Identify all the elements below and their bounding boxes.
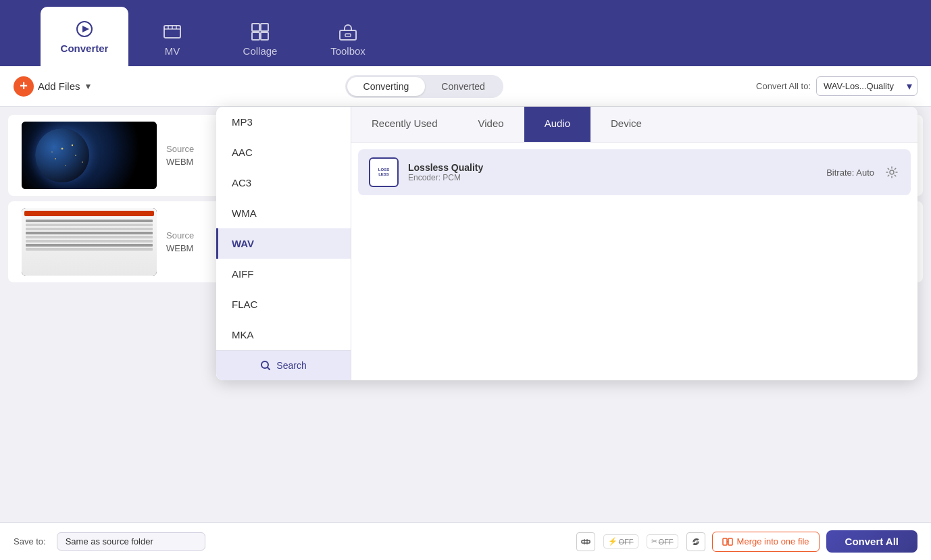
svg-point-10 bbox=[61, 148, 64, 150]
link-icon[interactable] bbox=[686, 532, 705, 551]
screen-lines bbox=[24, 218, 154, 273]
format-item-wma[interactable]: WMA bbox=[216, 198, 351, 228]
panel-tab-header: Recently Used Video Audio Device bbox=[351, 107, 917, 143]
format-item-mp3[interactable]: MP3 bbox=[216, 107, 351, 137]
crop-off-icon[interactable]: ✂OFF bbox=[647, 534, 678, 549]
quality-text: Lossless Quality Encoder: PCM bbox=[408, 162, 817, 182]
quality-list: LOSSLESS Lossless Quality Encoder: PCM B… bbox=[351, 143, 917, 380]
format-dropdown: MP3 AAC AC3 WMA WAV AIFF FLAC MKA Search… bbox=[216, 107, 917, 380]
file-thumbnail bbox=[22, 122, 157, 189]
settings-gear-icon[interactable] bbox=[884, 164, 900, 180]
convert-all-select-wrapper: WAV-Los...Quality MP3 AAC FLAC ▾ bbox=[816, 76, 917, 96]
add-files-chevron-icon: ▼ bbox=[84, 82, 93, 91]
format-list: MP3 AAC AC3 WMA WAV AIFF FLAC MKA Search bbox=[216, 107, 351, 380]
format-item-aac[interactable]: AAC bbox=[216, 137, 351, 168]
svg-rect-4 bbox=[252, 24, 259, 31]
svg-rect-25 bbox=[728, 538, 732, 545]
format-item-mka[interactable]: MKA bbox=[216, 320, 351, 350]
screen-thumbnail bbox=[22, 208, 157, 276]
screen-line bbox=[26, 220, 153, 222]
speed-off-icon[interactable]: ⚡OFF bbox=[603, 534, 638, 549]
screen-line bbox=[26, 228, 153, 230]
panel-tab-device[interactable]: Device bbox=[590, 107, 662, 142]
merge-button[interactable]: Merge into one file bbox=[712, 532, 820, 552]
search-button[interactable]: Search bbox=[216, 350, 351, 380]
convert-all-select[interactable]: WAV-Los...Quality MP3 AAC FLAC bbox=[816, 76, 917, 96]
quality-icon: LOSSLESS bbox=[369, 157, 399, 187]
save-to-label: Save to: bbox=[14, 536, 46, 546]
quality-item-lossless[interactable]: LOSSLESS Lossless Quality Encoder: PCM B… bbox=[358, 149, 911, 195]
nav-tab-toolbox[interactable]: Toolbox bbox=[304, 12, 392, 66]
svg-point-13 bbox=[72, 145, 73, 146]
screen-line bbox=[26, 248, 153, 251]
main-area: + Add Files ▼ Converting Converted Conve… bbox=[0, 66, 931, 560]
file-thumbnail bbox=[22, 208, 157, 276]
panel-tab-recently-used[interactable]: Recently Used bbox=[351, 107, 458, 142]
format-item-ac3[interactable]: AC3 bbox=[216, 168, 351, 198]
toolbox-icon bbox=[338, 22, 357, 41]
plus-icon: + bbox=[14, 76, 34, 97]
panel-tab-audio[interactable]: Audio bbox=[524, 107, 590, 142]
svg-point-2 bbox=[82, 27, 86, 31]
nav-tab-converter[interactable]: Converter bbox=[41, 7, 128, 66]
svg-point-11 bbox=[75, 155, 76, 156]
svg-rect-7 bbox=[261, 32, 268, 40]
screen-line bbox=[26, 236, 153, 238]
search-icon bbox=[260, 360, 271, 371]
trim-icon[interactable] bbox=[576, 532, 595, 551]
converting-tabs: Converting Converted bbox=[345, 75, 503, 98]
nav-tab-collage[interactable]: Collage bbox=[216, 12, 304, 66]
merge-icon bbox=[722, 536, 733, 547]
convert-all-label: Convert All to: bbox=[756, 81, 811, 91]
svg-rect-8 bbox=[340, 30, 356, 40]
svg-rect-24 bbox=[723, 538, 727, 545]
format-item-flac[interactable]: FLAC bbox=[216, 289, 351, 320]
add-files-label: Add Files bbox=[38, 80, 80, 92]
save-to-input[interactable]: Same as source folder bbox=[57, 532, 205, 551]
collage-tab-label: Collage bbox=[243, 45, 278, 57]
bottom-icons: ⚡OFF ✂OFF Merge into one bbox=[576, 530, 917, 553]
screen-line bbox=[26, 232, 153, 234]
screen-top-bar bbox=[24, 211, 154, 216]
add-files-button[interactable]: + Add Files ▼ bbox=[14, 76, 92, 97]
svg-point-14 bbox=[51, 151, 53, 153]
svg-rect-9 bbox=[345, 34, 351, 36]
top-navigation: Converter MV Collage Toolbox bbox=[0, 0, 931, 66]
toolbox-tab-label: Toolbox bbox=[330, 45, 366, 57]
format-item-aiff[interactable]: AIFF bbox=[216, 259, 351, 289]
svg-rect-5 bbox=[261, 24, 268, 31]
right-panel: Recently Used Video Audio Device LOSSLES… bbox=[351, 107, 917, 380]
svg-rect-23 bbox=[582, 540, 590, 543]
screen-line bbox=[26, 240, 153, 243]
converting-tab-button[interactable]: Converting bbox=[347, 77, 426, 96]
quality-encoder: Encoder: PCM bbox=[408, 173, 817, 182]
bottom-tool-icons: ⚡OFF ✂OFF bbox=[576, 532, 705, 551]
mv-icon bbox=[163, 22, 182, 41]
convert-all-wrapper: Convert All to: WAV-Los...Quality MP3 AA… bbox=[756, 76, 917, 96]
mv-tab-label: MV bbox=[165, 45, 180, 57]
city-lights-icon bbox=[22, 122, 157, 189]
panel-tab-video[interactable]: Video bbox=[458, 107, 524, 142]
converted-tab-button[interactable]: Converted bbox=[425, 77, 501, 96]
format-item-wav[interactable]: WAV bbox=[216, 228, 351, 259]
svg-point-12 bbox=[55, 158, 56, 159]
toolbar: + Add Files ▼ Converting Converted Conve… bbox=[0, 66, 931, 107]
svg-point-15 bbox=[82, 161, 83, 163]
merge-label: Merge into one file bbox=[737, 536, 809, 546]
convert-all-button[interactable]: Convert All bbox=[826, 530, 917, 553]
collage-icon bbox=[251, 22, 270, 41]
search-label: Search bbox=[276, 360, 306, 371]
quality-bitrate: Bitrate: Auto bbox=[826, 168, 874, 178]
bottom-bar: Save to: Same as source folder ⚡OFF ✂OFF bbox=[0, 522, 931, 560]
screen-line bbox=[26, 244, 153, 247]
svg-point-16 bbox=[65, 165, 66, 166]
converter-icon bbox=[75, 20, 94, 39]
converter-tab-label: Converter bbox=[61, 43, 109, 54]
svg-point-22 bbox=[890, 170, 894, 174]
screen-content bbox=[22, 208, 157, 276]
nav-tab-mv[interactable]: MV bbox=[128, 12, 216, 66]
svg-rect-6 bbox=[252, 32, 259, 40]
screen-line bbox=[26, 224, 153, 226]
quality-name: Lossless Quality bbox=[408, 162, 817, 173]
earth-thumbnail bbox=[22, 122, 157, 189]
